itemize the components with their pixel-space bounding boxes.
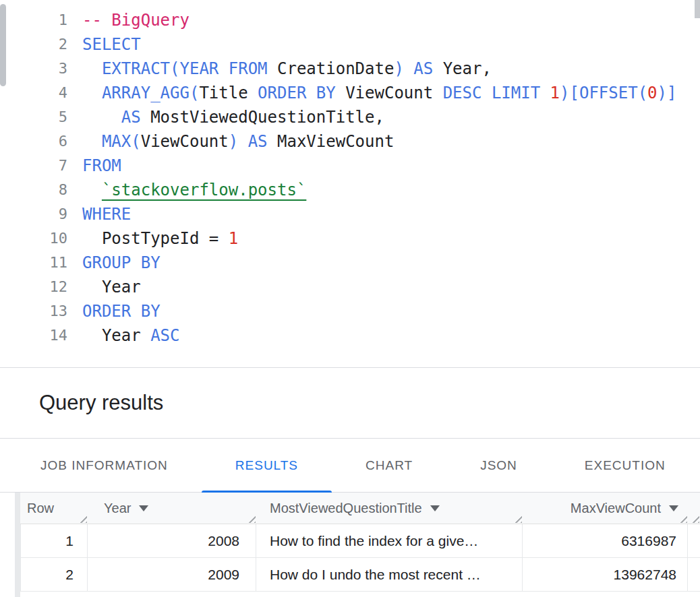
code-line: 3 EXTRACT(YEAR FROM CreationDate) AS Yea… [0,57,700,81]
code-line: 10 PostTypeId = 1 [0,226,700,251]
code-line: 8 `stackoverflow.posts` [0,178,700,202]
code-text[interactable]: -- BigQuery [67,8,189,32]
line-number: 11 [0,251,67,275]
results-left-scrollbar[interactable] [15,493,20,597]
results-table-header: RowYearMostViewedQuestionTitleMaxViewCou… [20,493,700,524]
code-text[interactable]: `stackoverflow.posts` [67,178,306,202]
table-row: 12008How to find the index for a give…63… [20,524,700,558]
line-number: 7 [0,154,67,178]
code-line: 5 AS MostViewedQuestionTitle, [0,105,700,129]
code-line: 12 Year [0,275,700,299]
column-resize-grip[interactable] [691,514,699,523]
code-line: 6 MAX(ViewCount) AS MaxViewCount [0,129,700,154]
column-dropdown-icon[interactable] [669,505,678,511]
cell-row: 2 [20,558,88,591]
code-line: 2SELECT [0,32,700,57]
tab-chart[interactable]: CHART [332,439,446,492]
query-results-title: Query results [39,391,163,415]
line-number: 9 [0,202,67,226]
cell-year: 2008 [88,524,256,557]
column-label: Year [104,501,131,516]
query-results-section-header: Query results [0,368,700,439]
table-row: 22009How do I undo the most recent …1396… [20,558,700,592]
code-text[interactable]: Year ASC [67,323,180,348]
line-number: 8 [0,178,67,202]
sql-editor[interactable]: 1-- BigQuery2SELECT3 EXTRACT(YEAR FROM C… [0,0,700,368]
column-header-year[interactable]: Year [88,493,256,524]
code-text[interactable]: ORDER BY [67,299,161,323]
column-header-maxviewcount[interactable]: MaxViewCount [523,493,688,524]
code-text[interactable]: MAX(ViewCount) AS MaxViewCount [67,129,394,154]
cell-stub [688,558,700,591]
line-number: 6 [0,129,67,154]
tab-json[interactable]: JSON [446,439,551,492]
code-line: 1-- BigQuery [0,8,700,32]
code-text[interactable]: ARRAY_AGG(Title ORDER BY ViewCount DESC … [67,81,676,105]
column-dropdown-icon[interactable] [430,505,440,511]
cell-stub [688,524,700,557]
column-header-stub [688,493,700,524]
tab-results[interactable]: RESULTS [202,439,332,492]
cell-year: 2009 [88,558,256,591]
code-text[interactable]: FROM [67,154,121,178]
code-line: 13ORDER BY [0,299,700,323]
tab-execution[interactable]: EXECUTION [551,439,699,492]
editor-vertical-scrollbar-thumb[interactable] [695,0,700,18]
column-label: MostViewedQuestionTitle [270,501,422,516]
column-label: Row [27,501,54,516]
column-resize-grip[interactable] [78,514,87,523]
code-text[interactable]: GROUP BY [67,251,161,275]
code-text[interactable]: SELECT [67,32,141,57]
editor-left-scrollbar-thumb[interactable] [0,4,6,86]
tab-job-information[interactable]: JOB INFORMATION [7,439,202,492]
line-number: 2 [0,32,67,57]
column-resize-grip[interactable] [678,514,687,523]
column-header-row[interactable]: Row [20,493,88,524]
column-dropdown-icon[interactable] [139,505,148,511]
line-number: 10 [0,226,67,251]
code-text[interactable]: Year [67,275,141,299]
line-number: 12 [0,275,67,299]
cell-mostviewedquestiontitle: How do I undo the most recent … [256,558,523,591]
code-text[interactable]: EXTRACT(YEAR FROM CreationDate) AS Year, [67,57,492,81]
column-header-mostviewedquestiontitle[interactable]: MostViewedQuestionTitle [256,493,523,524]
line-number: 1 [0,8,67,32]
code-text[interactable]: WHERE [67,202,131,226]
code-line: 9WHERE [0,202,700,226]
line-number: 3 [0,57,67,81]
cell-mostviewedquestiontitle: How to find the index for a give… [256,524,523,557]
code-line: 11GROUP BY [0,251,700,275]
cell-maxviewcount: 6316987 [523,524,688,557]
results-tabs: JOB INFORMATIONRESULTSCHARTJSONEXECUTION [0,439,700,493]
code-text[interactable]: AS MostViewedQuestionTitle, [67,105,384,129]
cell-maxviewcount: 13962748 [523,558,688,591]
code-lines: 1-- BigQuery2SELECT3 EXTRACT(YEAR FROM C… [0,8,700,348]
code-line: 7FROM [0,154,700,178]
column-label: MaxViewCount [571,501,661,516]
code-line: 14 Year ASC [0,323,700,348]
column-resize-grip[interactable] [247,514,256,523]
line-number: 14 [0,323,67,348]
line-number: 13 [0,299,67,323]
results-table: RowYearMostViewedQuestionTitleMaxViewCou… [20,493,700,592]
line-number: 5 [0,105,67,129]
column-resize-grip[interactable] [513,514,522,523]
line-number: 4 [0,81,67,105]
results-table-body: 12008How to find the index for a give…63… [20,524,700,592]
cell-row: 1 [20,524,88,557]
code-line: 4 ARRAY_AGG(Title ORDER BY ViewCount DES… [0,81,700,105]
code-text[interactable]: PostTypeId = 1 [67,226,238,251]
